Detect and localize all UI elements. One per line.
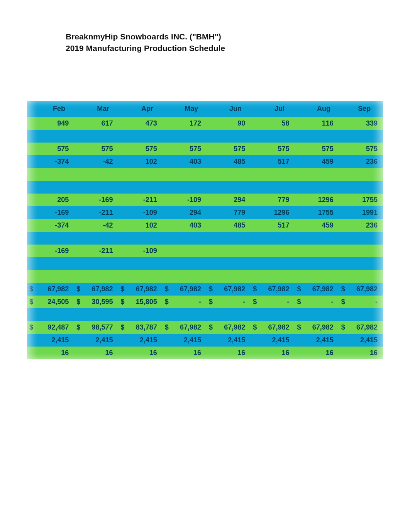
cell-value: -	[169, 296, 207, 308]
cell-value: 1755	[302, 206, 339, 219]
cell-value: 949	[37, 117, 74, 130]
gap-cell	[251, 206, 258, 219]
cell-value: 67,982	[125, 283, 163, 296]
cell-value	[302, 245, 339, 257]
gap-cell	[118, 245, 125, 257]
gap-cell	[163, 194, 169, 206]
gap-cell	[295, 117, 302, 130]
table-row	[27, 130, 383, 143]
lead-cell	[27, 155, 37, 168]
cell-value: 67,982	[258, 283, 295, 296]
gap-cell	[295, 347, 302, 359]
column-header: Aug	[302, 101, 346, 117]
blank-cell	[27, 130, 383, 143]
gap-cell	[339, 206, 346, 219]
gap-cell	[295, 245, 302, 257]
gap-cell	[74, 155, 81, 168]
gap-cell	[74, 194, 81, 206]
column-header: Jun	[213, 101, 258, 117]
cell-value: 517	[258, 219, 295, 232]
cell-value: 617	[81, 117, 118, 130]
gap-cell	[295, 206, 302, 219]
cell-value: 575	[302, 143, 339, 155]
currency-symbol: $	[207, 296, 213, 308]
cell-value	[258, 245, 295, 257]
cell-value: 1296	[302, 194, 339, 206]
cell-value: 67,982	[302, 283, 339, 296]
currency-symbol: $	[27, 296, 37, 308]
gap-cell	[251, 219, 258, 232]
cell-value: 2,415	[213, 334, 251, 347]
table-row	[27, 270, 383, 283]
table-row: $92,487$98,577$83,787$67,982$67,982$67,9…	[27, 321, 383, 334]
cell-value: 575	[81, 143, 118, 155]
cell-value: 16	[346, 347, 383, 359]
cell-value: 30,595	[81, 296, 118, 308]
cell-value: 2,415	[302, 334, 339, 347]
gap-cell	[339, 347, 346, 359]
table-header-row: FebMarAprMayJunJulAugSep	[27, 101, 383, 117]
cell-value: 83,787	[125, 321, 163, 334]
gap-cell	[163, 334, 169, 347]
gap-cell	[207, 143, 213, 155]
cell-value: 575	[258, 143, 295, 155]
cell-value: 294	[213, 194, 251, 206]
lead-cell	[27, 143, 37, 155]
blank-cell	[27, 181, 383, 194]
currency-symbol: $	[118, 321, 125, 334]
gap-cell	[295, 194, 302, 206]
gap-cell	[251, 143, 258, 155]
cell-value: 16	[169, 347, 207, 359]
cell-value: 2,415	[81, 334, 118, 347]
cell-value: 67,982	[302, 321, 339, 334]
gap-cell	[207, 117, 213, 130]
cell-value: -109	[125, 206, 163, 219]
gap-cell	[118, 347, 125, 359]
gap-cell	[295, 219, 302, 232]
cell-value: 16	[258, 347, 295, 359]
table-row: 205-169-211-10929477912961755	[27, 194, 383, 206]
cell-value: 1991	[346, 206, 383, 219]
currency-symbol: $	[339, 283, 346, 296]
gap-cell	[295, 155, 302, 168]
cell-value: 67,982	[213, 321, 251, 334]
currency-symbol: $	[74, 296, 81, 308]
cell-value: 575	[346, 143, 383, 155]
gap-cell	[118, 219, 125, 232]
gap-cell	[118, 194, 125, 206]
currency-symbol: $	[295, 321, 302, 334]
gap-cell	[74, 347, 81, 359]
table-row: -169-211-109294779129617551991	[27, 206, 383, 219]
currency-symbol: $	[295, 296, 302, 308]
gap-cell	[339, 334, 346, 347]
cell-value: 485	[213, 219, 251, 232]
gap-cell	[339, 117, 346, 130]
currency-symbol: $	[339, 296, 346, 308]
currency-symbol: $	[163, 296, 169, 308]
gap-cell	[118, 334, 125, 347]
gap-cell	[163, 206, 169, 219]
blank-cell	[27, 232, 383, 245]
gap-cell	[163, 245, 169, 257]
cell-value: -42	[81, 155, 118, 168]
cell-value: 67,982	[169, 321, 207, 334]
cell-value: 2,415	[346, 334, 383, 347]
cell-value: 116	[302, 117, 339, 130]
gap-cell	[207, 206, 213, 219]
cell-value: -109	[169, 194, 207, 206]
schedule-table: FebMarAprMayJunJulAugSep9496174731729058…	[27, 101, 383, 359]
currency-symbol: $	[118, 296, 125, 308]
cell-value	[169, 245, 207, 257]
gap-cell	[118, 206, 125, 219]
cell-value: 67,982	[346, 321, 383, 334]
gap-cell	[295, 334, 302, 347]
currency-symbol: $	[251, 296, 258, 308]
cell-value: -374	[37, 155, 74, 168]
table-row: -374-42102403485517459236	[27, 219, 383, 232]
cell-value	[346, 245, 383, 257]
table-row: $24,505$30,595$15,805$-$-$-$-$-	[27, 296, 383, 308]
table-row	[27, 168, 383, 181]
cell-value: -109	[125, 245, 163, 257]
lead-cell	[27, 219, 37, 232]
cell-value: 67,982	[346, 283, 383, 296]
